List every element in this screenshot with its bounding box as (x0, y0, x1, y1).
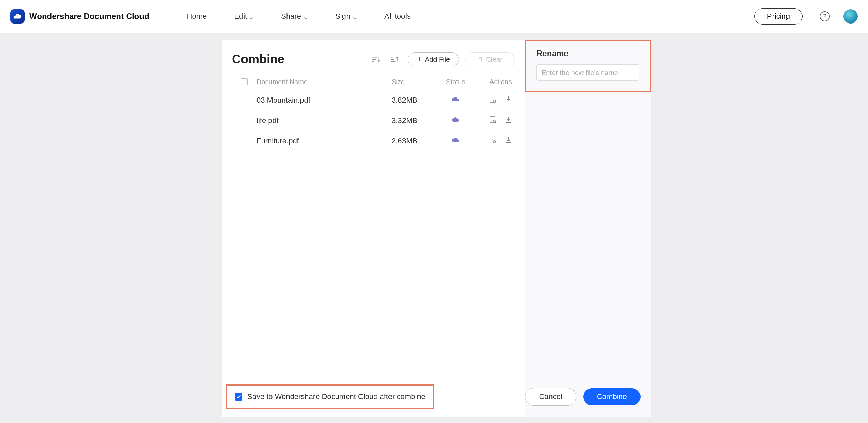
file-table: Document Name Size Status Actions 03 Mou… (232, 74, 525, 151)
svg-point-5 (493, 141, 496, 143)
add-file-button[interactable]: Add File (408, 52, 459, 66)
combine-panel: Combine Add File Clear (222, 40, 651, 417)
save-cloud-checkbox[interactable] (235, 393, 242, 401)
cancel-label: Cancel (539, 392, 562, 401)
main-nav: Home Edit Share Sign All tools (187, 12, 411, 21)
table-header-row: Document Name Size Status Actions (232, 74, 525, 90)
file-size: 3.82MB (392, 96, 435, 105)
trash-icon (478, 56, 483, 63)
brand-logo-icon (10, 9, 25, 24)
file-name: Furniture.pdf (256, 137, 392, 146)
chevron-down-icon (249, 14, 254, 19)
plus-icon (417, 56, 422, 63)
col-header-status: Status (435, 78, 476, 86)
pricing-button[interactable]: Pricing (754, 8, 803, 25)
download-icon[interactable] (504, 116, 513, 126)
save-cloud-highlight-box: Save to Wondershare Document Cloud after… (226, 384, 434, 409)
cancel-button[interactable]: Cancel (525, 388, 576, 406)
pricing-label: Pricing (767, 12, 790, 20)
clear-label: Clear (486, 56, 502, 63)
nav-all-tools-label: All tools (384, 12, 411, 21)
preview-icon[interactable] (489, 136, 497, 146)
rename-title: Rename (536, 49, 639, 58)
brand-block: Wondershare Document Cloud (10, 9, 149, 24)
brand-name: Wondershare Document Cloud (29, 12, 149, 21)
download-icon[interactable] (504, 95, 513, 105)
table-row: 03 Mountain.pdf 3.82MB (232, 90, 525, 110)
cloud-icon (452, 116, 460, 126)
file-size: 3.32MB (392, 116, 435, 125)
select-all-checkbox[interactable] (241, 78, 248, 85)
col-header-size: Size (392, 78, 435, 86)
svg-point-3 (493, 120, 496, 123)
table-row: Furniture.pdf 2.63MB (232, 131, 525, 151)
file-size: 2.63MB (392, 137, 435, 146)
combine-button[interactable]: Combine (583, 388, 641, 405)
col-header-actions: Actions (476, 78, 525, 86)
nav-home[interactable]: Home (187, 12, 207, 21)
svg-point-1 (493, 100, 496, 102)
file-name: 03 Mountain.pdf (256, 96, 392, 105)
help-icon[interactable]: ? (820, 11, 830, 21)
top-header: Wondershare Document Cloud Home Edit Sha… (0, 0, 868, 33)
nav-home-label: Home (187, 12, 207, 21)
clear-button[interactable]: Clear (465, 52, 515, 66)
cloud-icon (452, 95, 460, 105)
preview-icon[interactable] (489, 116, 497, 126)
table-row: life.pdf 3.32MB (232, 110, 525, 131)
chevron-down-icon (303, 14, 308, 19)
combine-label: Combine (597, 392, 627, 401)
col-header-name: Document Name (256, 78, 392, 86)
rename-input[interactable] (536, 64, 639, 81)
sort-asc-icon[interactable] (371, 54, 381, 64)
combine-header: Combine Add File Clear (232, 50, 525, 69)
nav-edit[interactable]: Edit (234, 12, 254, 21)
rename-pane: Rename (525, 40, 651, 417)
cloud-icon (452, 136, 460, 146)
nav-sign[interactable]: Sign (335, 12, 357, 21)
avatar[interactable] (843, 9, 858, 24)
nav-share[interactable]: Share (281, 12, 308, 21)
preview-icon[interactable] (489, 95, 497, 105)
sort-desc-icon[interactable] (389, 54, 399, 64)
combine-left-pane: Combine Add File Clear (222, 40, 525, 151)
file-name: life.pdf (256, 116, 392, 125)
save-cloud-label: Save to Wondershare Document Cloud after… (247, 392, 425, 401)
page-title: Combine (232, 52, 371, 66)
nav-all-tools[interactable]: All tools (384, 12, 411, 21)
download-icon[interactable] (504, 136, 513, 146)
combine-footer: Save to Wondershare Document Cloud after… (222, 376, 651, 417)
nav-sign-label: Sign (335, 12, 350, 21)
nav-share-label: Share (281, 12, 301, 21)
rename-highlight-box: Rename (525, 40, 651, 92)
chevron-down-icon (352, 14, 357, 19)
nav-edit-label: Edit (234, 12, 247, 21)
add-file-label: Add File (425, 56, 450, 63)
